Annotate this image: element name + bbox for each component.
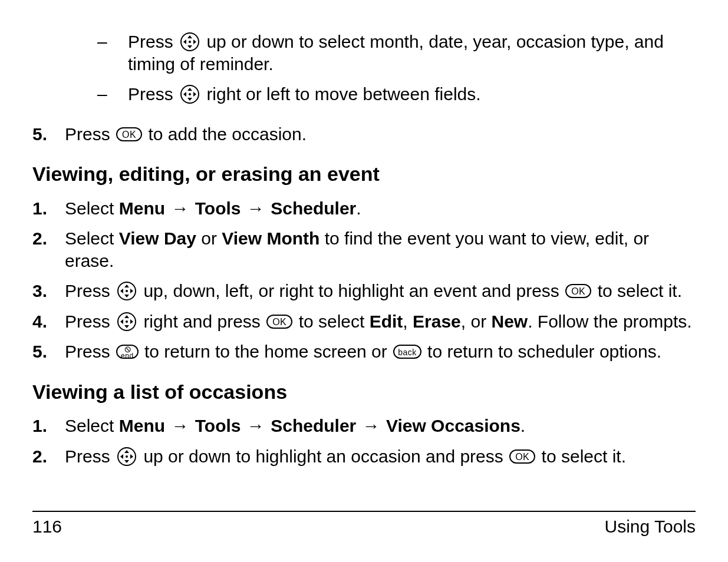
text: Select [65,199,119,218]
step-number: 4. [32,310,65,333]
step-number: 2. [32,445,65,468]
step-number: 5. [32,340,65,363]
text: , or [461,312,492,331]
sublist-item: – Press up or down to select month, date… [97,31,696,75]
menu-path-item: Scheduler [271,416,356,435]
menu-path-item: Tools [195,199,241,218]
text: to select it. [598,281,682,300]
step-number: 5. [32,123,65,146]
option-label: View Day [119,229,196,248]
arrow-icon: → [246,197,266,220]
option-label: Erase [413,312,461,331]
list-item: 2. Select View Day or View Month to find… [32,227,696,272]
footer-section-title: Using Tools [604,515,696,538]
step-body: Select Menu → Tools → Scheduler. [65,197,696,220]
section1-steps: 1. Select Menu → Tools → Scheduler. 2. S… [32,197,696,363]
nav-icon [117,282,136,300]
end-icon: ⊘end [116,345,139,359]
arrow-icon: → [170,197,190,220]
text: Select [65,416,119,435]
text: Press [65,124,115,144]
arrow-icon: → [170,415,190,437]
arrow-icon: → [246,415,266,437]
text: Press [128,84,178,104]
text: up or down to select month, date, year, … [128,32,664,74]
nav-icon [180,32,199,51]
sublist-body: Press up or down to select month, date, … [128,31,696,75]
step-body: Select View Day or View Month to find th… [65,227,696,272]
text: to return to scheduler options. [427,342,661,361]
step-body: Select Menu → Tools → Scheduler → View O… [65,415,696,437]
text: Press [65,281,115,300]
list-item: 1. Select Menu → Tools → Scheduler. [32,197,696,220]
nav-icon [117,312,136,331]
menu-path-item: Scheduler [271,199,356,218]
ok-icon: OK [509,449,535,464]
footer-rule [32,511,696,512]
intro-steps-cont: 5. Press OK to add the occasion. [32,123,696,146]
option-label: View Month [222,229,319,248]
text: . Follow the prompts. [528,312,691,331]
section-heading: Viewing, editing, or erasing an event [32,161,696,187]
text: Press [65,447,115,466]
menu-path-item: Tools [195,416,241,435]
text: Press [128,32,178,51]
sublist-item: – Press right or left to move between fi… [97,83,696,105]
list-item: 5. Press ⊘end to return to the home scre… [32,340,696,363]
text: to select it. [542,447,626,466]
option-label: New [491,312,528,331]
text: up, down, left, or right to highlight an… [143,281,564,300]
text: to add the occasion. [149,124,307,144]
step-number: 1. [32,415,65,437]
list-item: 2. Press up or down to highlight an occa… [32,445,696,468]
text: Press [65,342,115,361]
text: right or left to move between fields. [206,84,480,104]
manual-page: – Press up or down to select month, date… [0,0,728,562]
list-item: 5. Press OK to add the occasion. [32,123,696,146]
step-body: Press OK to add the occasion. [65,123,696,146]
menu-path-item: View Occasions [386,416,521,435]
section2-steps: 1. Select Menu → Tools → Scheduler → Vie… [32,415,696,467]
intro-sublist: – Press up or down to select month, date… [97,31,696,105]
text: to return to the home screen or [144,342,392,361]
menu-path-item: Menu [119,416,165,435]
text: right and press [143,312,265,331]
step-number: 3. [32,280,65,302]
sublist-body: Press right or left to move between fiel… [128,83,696,105]
text: . [356,199,361,218]
step-number: 1. [32,197,65,220]
step-body: Press ⊘end to return to the home screen … [65,340,696,363]
list-item: 3. Press up, down, left, or right to hig… [32,280,696,302]
text: , [403,312,413,331]
text: or [201,229,222,248]
text: Select [65,229,119,248]
ok-icon: OK [266,315,292,329]
bullet-dash: – [97,83,128,105]
ok-icon: OK [116,127,142,141]
list-item: 1. Select Menu → Tools → Scheduler → Vie… [32,415,696,437]
list-item: 4. Press right and press OK to select Ed… [32,310,696,333]
menu-path-item: Menu [119,199,165,218]
text: . [521,416,525,435]
nav-icon [180,85,199,104]
page-footer: 116 Using Tools [32,511,696,538]
step-number: 2. [32,227,65,272]
page-number: 116 [32,515,62,538]
nav-icon [117,447,136,466]
back-icon: back [393,345,421,359]
text: to select [299,312,370,331]
bullet-dash: – [97,31,128,75]
text: Press [65,312,115,331]
step-body: Press up, down, left, or right to highli… [65,280,696,302]
section-heading: Viewing a list of occasions [32,379,696,405]
arrow-icon: → [361,415,381,437]
step-body: Press up or down to highlight an occasio… [65,445,696,468]
step-body: Press right and press OK to select Edit,… [65,310,696,333]
ok-icon: OK [565,284,591,298]
option-label: Edit [370,312,403,331]
text: up or down to highlight an occasion and … [143,447,508,466]
